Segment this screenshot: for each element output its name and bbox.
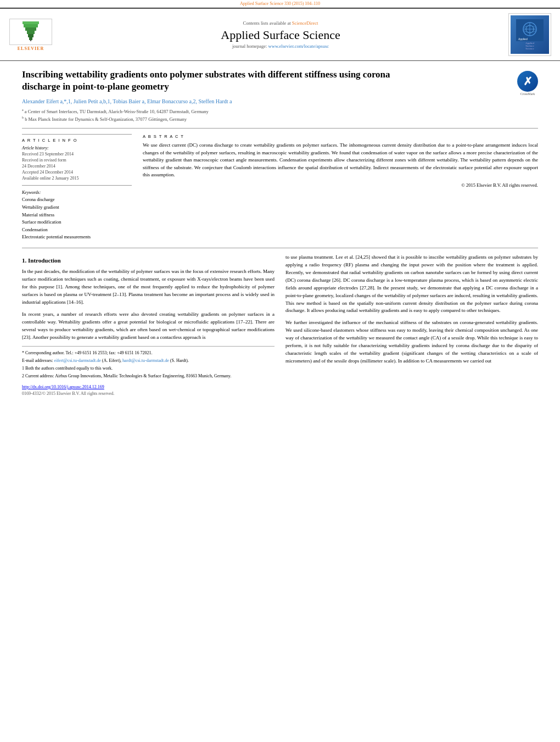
revised-label: Received in revised form [22,158,132,163]
intro-paragraph-2: In recent years, a number of research ef… [22,311,275,342]
accepted-date: Accepted 24 December 2014 [22,170,132,175]
elsevier-tree-icon [17,21,44,41]
email-hardt-link[interactable]: hardt@csi.tu-darmstadt.de [122,358,169,363]
authors: Alexander Eifert a,*,1, Julien Petit a,b… [22,98,538,104]
journal-homepage: journal homepage: www.elsevier.com/locat… [53,43,508,49]
divider-2 [22,248,538,248]
copyright: © 2015 Elsevier B.V. All rights reserved… [143,182,538,188]
svg-rect-3 [25,27,36,31]
journal-header-center: Contents lists available at ScienceDirec… [53,20,508,49]
homepage-link[interactable]: www.elsevier.com/locate/apsusc [268,43,329,49]
abstract-column: A B S T R A C T We use direct current (D… [143,134,538,241]
article-info-abstract: A R T I C L E I N F O Article history: R… [22,134,538,241]
sciencedirect-link[interactable]: ScienceDirect [292,20,318,26]
article-info-column: A R T I C L E I N F O Article history: R… [22,134,132,241]
title-area: Inscribing wettability gradients onto po… [22,69,538,98]
svg-rect-1 [28,34,33,37]
article-content: Inscribing wettability gradients onto po… [0,61,560,405]
abstract-text: We use direct current (DC) corona discha… [143,142,538,179]
applied-surface-label: AppliedSurfaceScience [525,42,534,50]
footnotes: * Corresponding author. Tel.: +49 6151 1… [22,346,275,380]
keywords-label: Keywords: [22,190,132,195]
article-info-box: A R T I C L E I N F O Article history: R… [22,134,132,186]
journal-title: Applied Surface Science [53,28,508,42]
divider-1 [22,128,538,129]
applied-surface-logo: Applied Surface AppliedSurfaceScience [508,13,551,56]
contents-available-text: Contents lists available at ScienceDirec… [53,20,508,26]
email-eifert-link[interactable]: eifert@csi.tu-darmstadt.de [54,358,101,363]
crossmark-logo: ✗ CrossMark [517,71,538,96]
intro-paragraph-1: In the past decades, the modification of… [22,268,275,306]
body-left-col: 1. Introduction In the past decades, the… [22,254,275,397]
body-content: 1. Introduction In the past decades, the… [22,254,538,397]
elsevier-logo: ELSEVIER [9,19,53,51]
issn-text: 0169-4332/© 2015 Elsevier B.V. All right… [22,390,275,397]
svg-text:Surface: Surface [518,41,527,41]
footnote-email: E-mail addresses: eifert@csi.tu-darmstad… [22,358,275,364]
footnote-1: 1 Both the authors contributed equally t… [22,365,275,372]
crossmark-label: CrossMark [517,92,538,96]
revised-date: 24 December 2014 [22,164,132,169]
keywords-box: Keywords: Corona discharge Wettability g… [22,190,132,241]
abstract-title: A B S T R A C T [143,134,538,139]
journal-header: ELSEVIER Contents lists available at Sci… [0,8,560,61]
keyword-4: Surface modification [22,219,132,226]
affiliation-b: b b Max Planck Institute for Dynamics & … [22,115,538,123]
available-date: Available online 2 January 2015 [22,176,132,181]
intro-paragraph-4: We further investigated the influence of… [285,319,538,365]
title-row: Inscribing wettability gradients onto po… [22,69,538,98]
svg-rect-5 [23,21,39,24]
body-right-col: to use plasma treatment. Lee et al. [24,… [285,254,538,397]
doi-link[interactable]: http://dx.doi.org/10.1016/j.apsusc.2014.… [22,384,104,389]
journal-info-bar: Applied Surface Science 330 (2015) 104–1… [0,0,560,8]
history-label: Article history: [22,146,132,150]
keyword-2: Wettability gradient [22,204,132,211]
journal-citation: Applied Surface Science 330 (2015) 104–1… [240,1,320,6]
keyword-1: Corona discharge [22,196,132,204]
journal-logo-icon: Applied Surface [516,19,544,41]
keyword-6: Electrostatic potential measurements [22,233,132,241]
affiliation-a: a a Center of Smart Interfaces, TU Darms… [22,108,538,115]
footnote-2: 2 Current address: Airbus Group Innovati… [22,373,275,380]
article-title: Inscribing wettability gradients onto po… [22,69,417,93]
article-info-title: A R T I C L E I N F O [22,138,132,143]
intro-paragraph-3: to use plasma treatment. Lee et al. [24,… [285,254,538,315]
doi-section: http://dx.doi.org/10.1016/j.apsusc.2014.… [22,384,275,390]
elsevier-label: ELSEVIER [18,46,44,51]
keyword-5: Condensation [22,226,132,234]
received-date: Received 23 September 2014 [22,152,132,157]
svg-rect-4 [24,24,38,27]
keyword-3: Material stiffness [22,211,132,219]
svg-rect-2 [27,30,35,34]
affiliations: a a Center of Smart Interfaces, TU Darms… [22,108,538,122]
section-1-heading: 1. Introduction [22,256,275,265]
footnote-corresponding: * Corresponding author. Tel.: +49 6151 1… [22,350,275,356]
